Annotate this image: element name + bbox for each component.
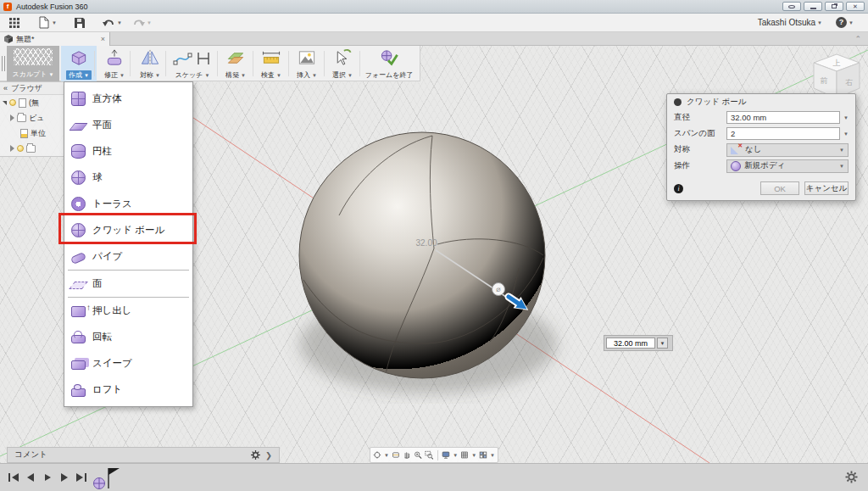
browser-root-row[interactable]: (無	[0, 95, 64, 110]
ok-button[interactable]: OK	[760, 181, 799, 195]
inspect-caret-icon: ▼	[276, 73, 281, 78]
ribbon-symmetry-button[interactable]: 対称▼	[132, 46, 168, 81]
viewports-icon[interactable]	[479, 449, 487, 460]
timeline-step-back-button[interactable]	[24, 471, 37, 483]
timeline-step-forward-button[interactable]	[58, 471, 71, 483]
box-icon	[71, 92, 86, 106]
diameter-caret-icon[interactable]: ▼	[843, 115, 849, 120]
diameter-input[interactable]: 32.00 mm	[726, 111, 840, 124]
menu-item-face[interactable]: 面	[64, 271, 192, 297]
operation-dropdown[interactable]: 新規ボディ ▼	[726, 159, 849, 173]
nav-separator	[437, 450, 438, 460]
orbit-icon[interactable]	[373, 449, 381, 460]
spans-input[interactable]: 2	[726, 127, 840, 140]
comments-gear-icon[interactable]	[251, 450, 260, 460]
extrude-icon	[71, 306, 86, 317]
comments-expand-chevron-icon[interactable]: ❯	[265, 450, 272, 460]
redo-button[interactable]: ▼	[130, 17, 154, 29]
viewcube-front-label[interactable]: 前	[821, 76, 828, 85]
zoom-window-icon[interactable]	[425, 449, 433, 460]
comments-bar[interactable]: コメント ❯	[7, 447, 280, 463]
tab-close-icon[interactable]: ×	[101, 35, 105, 43]
ribbon-create-button[interactable]: 作成▼	[61, 46, 97, 81]
viewcube-right-label[interactable]: 右	[845, 78, 854, 86]
browser-row-units[interactable]: 単位	[0, 126, 64, 141]
quadball-body[interactable]	[299, 132, 545, 378]
expand-closed-icon[interactable]	[10, 145, 14, 152]
document-tab[interactable]: 無題* ×	[0, 32, 110, 46]
expand-closed-icon[interactable]	[10, 114, 14, 121]
feedback-button[interactable]	[782, 2, 801, 11]
user-menu-button[interactable]: Takashi Otsuka ▼	[755, 17, 825, 28]
workspace-selector[interactable]: スカルプト▼	[7, 46, 59, 81]
browser-collapse-icon[interactable]: «	[3, 84, 8, 92]
collapse-chevron-icon[interactable]: ⌃	[854, 32, 861, 45]
spans-caret-icon[interactable]: ▼	[843, 131, 849, 137]
restore-button[interactable]	[825, 2, 843, 11]
dimension-input[interactable]	[606, 338, 655, 349]
menu-item-sphere[interactable]: 球	[64, 165, 192, 191]
undo-button[interactable]: ▼	[100, 17, 125, 29]
ribbon-inspect-button[interactable]: 検査▼	[254, 46, 288, 81]
ribbon-sketch-button[interactable]: スケッチ▼	[168, 46, 217, 81]
menu-item-cylinder[interactable]: 円柱	[64, 138, 192, 165]
display-caret-icon[interactable]: ▼	[453, 453, 458, 458]
dimension-spinner[interactable]: ▼	[657, 338, 668, 349]
construct-icon	[225, 48, 246, 68]
menu-item-label: ロフト	[92, 383, 122, 396]
pan-hand-icon[interactable]	[403, 449, 411, 460]
display-settings-icon[interactable]	[442, 449, 450, 460]
menu-item-loft[interactable]: ロフト	[64, 377, 192, 403]
viewcube-top-label[interactable]: 上	[833, 59, 841, 67]
menu-item-quadball[interactable]: クワッド ボール	[64, 217, 192, 243]
visibility-bulb-icon[interactable]	[9, 99, 16, 106]
visibility-bulb-icon[interactable]	[17, 145, 24, 152]
menu-item-revolve[interactable]: 回転	[64, 324, 192, 350]
insert-caret-icon: ▼	[312, 73, 317, 78]
dialog-grip-icon[interactable]	[674, 98, 682, 106]
menu-item-sweep[interactable]: スイープ	[64, 350, 192, 377]
browser-row-views[interactable]: ビュ	[0, 110, 64, 126]
look-at-icon[interactable]	[392, 449, 400, 460]
grid-caret-icon[interactable]: ▼	[471, 453, 476, 458]
file-menu-button[interactable]: ▼	[36, 15, 59, 30]
redo-caret-icon: ▼	[147, 20, 152, 25]
info-icon[interactable]: i	[674, 184, 683, 193]
menu-item-pipe[interactable]: パイプ	[64, 243, 192, 270]
timeline-go-end-button[interactable]	[75, 471, 88, 483]
save-button[interactable]	[71, 16, 88, 30]
menu-item-label: 押し出し	[92, 304, 132, 317]
toolbar-drag-handle[interactable]	[2, 56, 5, 71]
help-menu-button[interactable]: ? ▼	[833, 16, 856, 29]
minimize-button[interactable]	[804, 2, 822, 11]
select-icon	[332, 48, 353, 68]
timeline-form-marker[interactable]	[92, 466, 125, 491]
orbit-caret-icon[interactable]: ▼	[384, 453, 389, 458]
menu-item-box[interactable]: 直方体	[64, 86, 192, 112]
data-panel-button[interactable]	[7, 17, 22, 29]
zoom-icon[interactable]	[414, 449, 422, 460]
ribbon-finish-form-button[interactable]: フォームを終了	[361, 46, 417, 81]
inspect-label: 検査	[261, 70, 275, 80]
timeline-settings-gear-icon[interactable]	[845, 471, 858, 483]
grid-settings-icon[interactable]	[460, 449, 469, 460]
cancel-button[interactable]: キャンセル	[804, 181, 849, 195]
menu-item-plane[interactable]: 平面	[64, 112, 192, 138]
ribbon-construct-button[interactable]: 構築▼	[219, 46, 253, 81]
timeline-go-start-button[interactable]	[7, 471, 20, 483]
timeline-play-button[interactable]	[41, 471, 54, 483]
sketch-icon	[173, 48, 212, 68]
expand-open-icon[interactable]	[3, 101, 7, 105]
viewports-caret-icon[interactable]: ▼	[490, 453, 495, 458]
menu-item-torus[interactable]: トーラス	[64, 191, 192, 217]
ribbon-select-button[interactable]: 選択▼	[326, 46, 359, 81]
ribbon-modify-button[interactable]: 修正▼	[97, 46, 132, 81]
dialog-title: クワッド ボール	[687, 97, 746, 108]
ribbon-insert-button[interactable]: 挿入▼	[290, 46, 324, 81]
viewport-canvas[interactable]: ⌀ 32.00 上 前 右 ▼ « ブラウザ (無	[0, 46, 868, 463]
symmetry-dropdown[interactable]: なし ▼	[726, 143, 849, 157]
symmetry-caret-icon: ▼	[155, 73, 160, 78]
browser-row-origin[interactable]	[0, 141, 64, 156]
menu-item-extrude[interactable]: 押し出し	[64, 298, 192, 324]
close-button[interactable]: ✕	[846, 2, 865, 11]
